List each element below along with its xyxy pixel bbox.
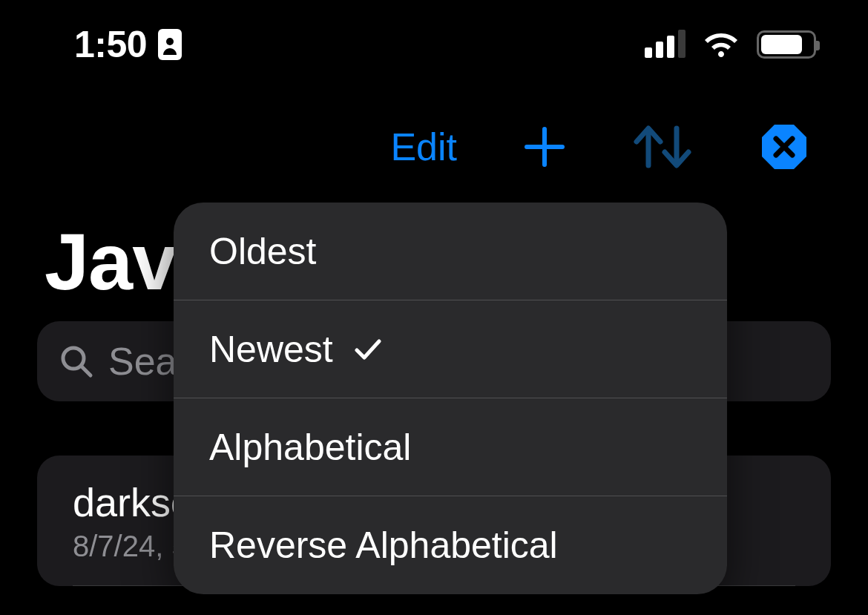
- cellular-signal-icon: [645, 31, 685, 58]
- svg-line-10: [82, 366, 91, 375]
- sort-option-label: Alphabetical: [209, 426, 411, 469]
- sort-menu: Oldest Newest Alphabetical Reverse Alpha…: [174, 203, 727, 594]
- sort-option-oldest[interactable]: Oldest: [174, 203, 727, 300]
- toolbar: Edit: [390, 122, 809, 171]
- status-bar: 1:50: [0, 0, 868, 89]
- svg-point-1: [166, 38, 174, 45]
- wifi-icon: [702, 30, 740, 59]
- close-button[interactable]: [760, 122, 809, 171]
- sort-option-newest[interactable]: Newest: [174, 300, 727, 398]
- battery-level: [761, 35, 802, 54]
- edit-button[interactable]: Edit: [390, 125, 457, 169]
- sort-option-label: Oldest: [209, 230, 317, 273]
- battery-icon: [757, 30, 816, 59]
- sort-option-label: Newest: [209, 328, 333, 371]
- id-card-icon: [157, 28, 183, 61]
- status-time: 1:50: [74, 23, 147, 66]
- search-icon: [59, 344, 93, 378]
- search-placeholder: Sea: [108, 339, 177, 384]
- sort-option-label: Reverse Alphabetical: [209, 524, 558, 567]
- sort-button[interactable]: [632, 124, 693, 170]
- sort-option-alphabetical[interactable]: Alphabetical: [174, 398, 727, 496]
- status-right: [645, 30, 816, 59]
- status-left: 1:50: [74, 23, 183, 66]
- sort-option-reverse-alphabetical[interactable]: Reverse Alphabetical: [174, 496, 727, 594]
- add-button[interactable]: [524, 126, 565, 168]
- check-icon: [354, 335, 382, 364]
